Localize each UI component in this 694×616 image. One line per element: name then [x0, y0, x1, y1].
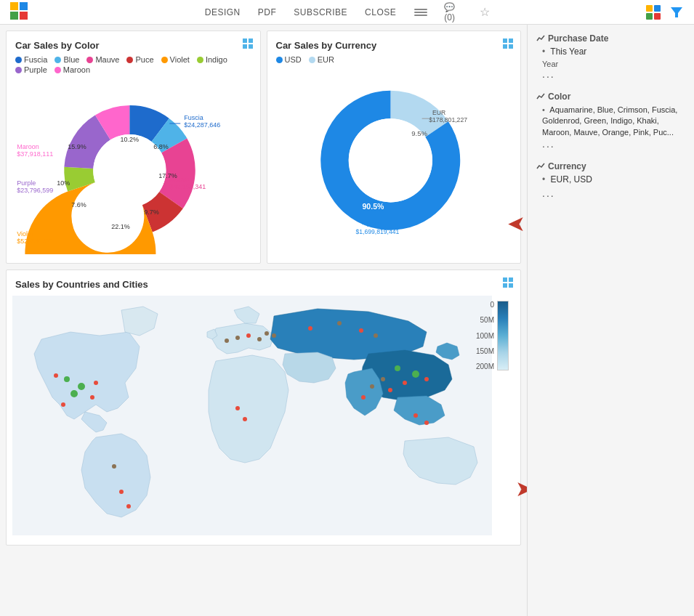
legend-50m: 50M	[476, 316, 494, 324]
city-dot[interactable]	[424, 421, 429, 425]
chart-icon-3	[536, 162, 545, 171]
city-dot[interactable]	[257, 337, 262, 341]
topbar-left	[9, 1, 52, 24]
city-dot[interactable]	[413, 413, 418, 418]
map-legend: 0 50M 100M 150M 200M	[476, 301, 509, 370]
city-dot[interactable]	[119, 490, 124, 494]
maroon-label: Maroon	[17, 143, 39, 150]
chart1-svg: Fuscia $24,287,646 10.2% 6.8% Mauve $42,…	[15, 80, 251, 254]
topbar-right	[645, 4, 685, 21]
usd-label: USD	[366, 221, 379, 228]
city-dot[interactable]	[61, 402, 65, 407]
legend-fuscia: Fuscia	[15, 55, 47, 64]
indigo-pct: 7.6%	[71, 201, 86, 208]
svg-marker-11	[671, 7, 682, 17]
svg-rect-1	[20, 2, 28, 10]
city-dot[interactable]	[403, 381, 407, 385]
right-sidebar: ➤ Purchase Date • This Year Year ... Col…	[527, 25, 694, 616]
legend-violet: Violet	[161, 55, 190, 64]
city-dot[interactable]	[246, 333, 251, 338]
purchase-date-value: • This Year	[542, 46, 685, 57]
city-dot[interactable]	[126, 504, 131, 508]
chart1-grid-icon[interactable]	[243, 38, 253, 49]
currency-value: • EUR, USD	[542, 174, 685, 185]
star-icon[interactable]: ☆	[476, 4, 493, 21]
legend-usd: USD	[276, 55, 302, 64]
legend-gradient	[497, 301, 509, 370]
svg-rect-4	[414, 9, 427, 10]
car-sales-color-panel: Car Sales by Color Fuscia Blue Mauve Puc…	[6, 31, 261, 264]
city-dot[interactable]	[374, 333, 378, 338]
city-dot[interactable]	[243, 417, 247, 421]
city-dot[interactable]	[225, 339, 229, 343]
city-dot[interactable]	[90, 395, 94, 400]
city-dot[interactable]	[235, 336, 240, 340]
svg-rect-12	[243, 38, 247, 43]
city-dot[interactable]	[337, 321, 342, 325]
svg-rect-9	[646, 13, 653, 20]
legend-indigo: Indigo	[197, 55, 227, 64]
layers-icon[interactable]	[412, 4, 429, 21]
city-dot[interactable]	[388, 388, 392, 392]
city-dot[interactable]	[78, 383, 85, 390]
currency-more[interactable]: ...	[542, 187, 685, 199]
chart2-grid-icon[interactable]	[503, 38, 513, 49]
city-dot[interactable]	[361, 395, 366, 400]
purchase-date-more[interactable]: ...	[542, 68, 685, 80]
legend-100m: 100M	[476, 332, 494, 340]
blue-pct: 6.8%	[153, 143, 169, 150]
city-dot[interactable]	[359, 328, 363, 333]
mauve-value: $42,184,341	[169, 183, 206, 190]
svg-rect-7	[646, 5, 653, 12]
svg-rect-3	[20, 12, 28, 20]
svg-rect-18	[509, 38, 513, 43]
city-dot[interactable]	[381, 377, 385, 381]
map-title: Sales by Countries and Cities	[15, 279, 512, 290]
city-dot[interactable]	[424, 377, 429, 381]
comment-icon[interactable]: 💬 (0)	[444, 4, 461, 21]
city-dot[interactable]	[235, 406, 240, 410]
map-grid-icon[interactable]	[503, 277, 513, 288]
app-logo-icon	[9, 1, 29, 21]
close-nav[interactable]: CLOSE	[363, 4, 398, 20]
currency-title: Currency	[536, 161, 685, 171]
share-icon[interactable]	[645, 4, 662, 21]
color-more[interactable]: ...	[542, 138, 685, 150]
city-dot[interactable]	[112, 464, 116, 469]
city-dot[interactable]	[70, 390, 78, 397]
city-dot[interactable]	[308, 326, 312, 331]
chart1-donut: Fuscia $24,287,646 10.2% 6.8% Mauve $42,…	[15, 80, 251, 254]
fuscia-label: Fuscia	[184, 114, 203, 121]
puce-pct: 9.7%	[144, 208, 159, 216]
city-dot[interactable]	[64, 376, 70, 382]
design-nav[interactable]: DESIGN	[203, 4, 242, 20]
svg-rect-24	[509, 277, 513, 282]
city-dot[interactable]	[370, 384, 374, 389]
topbar: DESIGN PDF SUBSCRIBE CLOSE 💬 (0) ☆	[0, 0, 694, 25]
legend-blue: Blue	[55, 55, 79, 64]
violet-label: Violet	[17, 230, 33, 238]
fuscia-value: $24,287,646	[184, 121, 220, 129]
svg-rect-0	[10, 2, 18, 10]
filter-icon[interactable]	[668, 4, 685, 21]
svg-rect-6	[414, 15, 427, 16]
topbar-nav: DESIGN PDF SUBSCRIBE CLOSE 💬 (0) ☆	[70, 4, 627, 21]
purple-label: Purple	[17, 179, 36, 187]
chart-icon	[536, 34, 545, 43]
svg-rect-19	[503, 44, 507, 49]
subscribe-nav[interactable]: SUBSCRIBE	[292, 4, 349, 20]
city-dot[interactable]	[272, 333, 276, 338]
pdf-nav[interactable]: PDF	[257, 4, 278, 20]
map-arrow-indicator: ➤	[515, 476, 527, 501]
city-dot[interactable]	[54, 373, 58, 378]
city-dot[interactable]	[412, 370, 419, 378]
svg-rect-14	[243, 44, 247, 49]
chart2-title: Car Sales by Currency	[276, 40, 512, 51]
city-dot[interactable]	[395, 365, 400, 371]
purple-pct: 10%	[57, 179, 70, 187]
chart1-title: Car Sales by Color	[15, 40, 251, 51]
city-dot[interactable]	[265, 331, 269, 336]
svg-rect-15	[249, 44, 253, 49]
city-dot[interactable]	[94, 381, 98, 385]
svg-rect-8	[654, 5, 661, 12]
